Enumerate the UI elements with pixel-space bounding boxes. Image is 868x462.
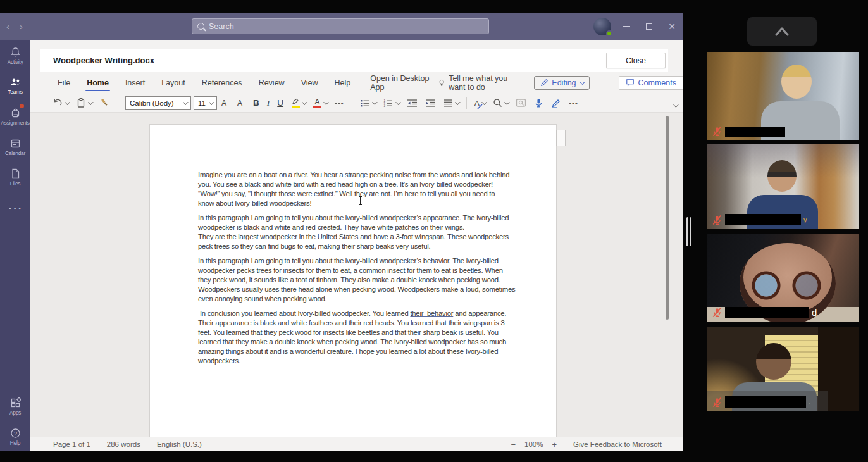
chevron-down-icon xyxy=(481,99,487,104)
bullets-button[interactable] xyxy=(357,96,379,111)
close-window-button[interactable]: ✕ xyxy=(660,13,683,40)
font-size-select[interactable]: 11 xyxy=(194,96,217,110)
sidebar-item-activity[interactable]: Activity xyxy=(0,41,30,70)
backpack-icon xyxy=(10,108,21,118)
page-count[interactable]: Page 1 of 1 xyxy=(53,440,90,448)
forward-icon[interactable]: › xyxy=(20,21,23,32)
zoom-in-button[interactable]: + xyxy=(552,440,557,449)
video-tile[interactable] xyxy=(707,52,859,140)
tell-me-button[interactable]: Tell me what you want to do xyxy=(438,74,525,92)
sidebar-item-teams[interactable]: Teams xyxy=(0,72,30,101)
styles-button[interactable]: A xyxy=(471,96,489,111)
decrease-indent-icon xyxy=(407,99,418,108)
replace-icon xyxy=(516,98,526,108)
document-text[interactable]: Imagine you are on a boat on a river. Yo… xyxy=(198,170,552,371)
zoom-level[interactable]: 100% xyxy=(524,440,543,448)
video-tile[interactable]: . xyxy=(707,327,859,411)
ribbon-tab[interactable]: View xyxy=(293,72,326,94)
align-icon xyxy=(443,99,453,108)
open-in-desktop-button[interactable]: Open in Desktop App xyxy=(370,74,430,92)
ribbon-tab[interactable]: File xyxy=(49,72,78,94)
sidebar-item-assignments[interactable]: Assignments xyxy=(0,102,30,131)
ribbon-tabs: File Home Insert Layout References Revie… xyxy=(30,72,683,94)
video-tile[interactable]: y xyxy=(707,144,859,229)
toolbar-overflow-button[interactable]: ••• xyxy=(566,96,581,111)
word-count[interactable]: 286 words xyxy=(107,440,140,448)
sidebar-item-[interactable]: • • • xyxy=(0,193,30,222)
video-tile[interactable]: d xyxy=(707,234,859,322)
collapse-ribbon-button[interactable] xyxy=(673,99,677,110)
chevron-down-icon xyxy=(372,99,377,104)
panel-resize-handle[interactable] xyxy=(686,217,693,246)
calendar-icon xyxy=(10,138,21,149)
chevron-down-icon xyxy=(88,99,93,104)
back-icon[interactable]: ‹ xyxy=(6,21,9,32)
formatting-toolbar: Calibri (Body) 11 Aˆ Aˇ B I U A xyxy=(30,94,683,113)
shrink-font-button[interactable]: Aˇ xyxy=(234,96,249,111)
ribbon-tab[interactable]: Insert xyxy=(117,72,153,94)
paste-button[interactable] xyxy=(73,96,95,111)
collapse-videos-button[interactable] xyxy=(747,17,817,46)
chevron-down-icon xyxy=(455,99,460,104)
close-doc-button[interactable]: Close xyxy=(606,53,666,68)
language-indicator[interactable]: English (U.S.) xyxy=(157,440,202,448)
name-suffix: y xyxy=(803,216,807,223)
document-page[interactable]: Imagine you are on a boat on a river. Yo… xyxy=(149,124,557,437)
minimize-button[interactable] xyxy=(615,13,638,40)
ribbon-tab[interactable]: Review xyxy=(251,72,293,94)
decrease-indent-button[interactable] xyxy=(404,96,421,111)
ribbon-tab[interactable]: Help xyxy=(326,72,359,94)
editing-mode-button[interactable]: Editing xyxy=(534,76,589,90)
alignment-button[interactable] xyxy=(440,96,462,111)
chevron-down-icon xyxy=(302,99,307,104)
grow-font-button[interactable]: Aˆ xyxy=(218,96,233,111)
sidebar-item-help[interactable]: ?Help xyxy=(0,422,30,451)
format-painter-icon xyxy=(99,97,110,108)
font-color-button[interactable]: A xyxy=(310,96,330,111)
meeting-video-panel: y d . xyxy=(683,0,868,462)
mic-muted-icon xyxy=(712,126,722,137)
search-input[interactable]: Search xyxy=(192,18,489,34)
chevron-down-icon xyxy=(580,79,585,84)
avatar[interactable] xyxy=(593,18,611,35)
zoom-out-button[interactable]: − xyxy=(511,440,516,449)
format-painter-button[interactable] xyxy=(96,96,113,111)
paragraph: In this paragraph I am going to tell you… xyxy=(198,256,552,304)
redacted-name-bar xyxy=(725,307,809,318)
participant-name-row: . xyxy=(712,396,810,408)
search-icon xyxy=(197,23,204,30)
maximize-button[interactable] xyxy=(638,13,660,40)
dictate-button[interactable] xyxy=(531,96,547,111)
word-viewer: Woodpecker Writing.docx Close File Home … xyxy=(30,40,683,451)
sidebar-item-apps[interactable]: Apps xyxy=(0,392,30,421)
comments-button[interactable]: Comments xyxy=(619,76,683,90)
undo-button[interactable] xyxy=(49,96,71,111)
comment-icon xyxy=(626,78,635,87)
ribbon-tab[interactable]: References xyxy=(194,72,251,94)
more-formatting-button[interactable]: ••• xyxy=(332,96,347,111)
search-icon xyxy=(493,98,502,108)
highlight-button[interactable] xyxy=(288,96,309,111)
comment-indicator[interactable] xyxy=(556,130,566,146)
sidebar-item-files[interactable]: Files xyxy=(0,163,30,192)
chevron-down-icon xyxy=(323,99,328,104)
sidebar-item-calendar[interactable]: Calendar xyxy=(0,132,30,161)
find-button[interactable] xyxy=(490,96,511,111)
vertical-scrollbar[interactable] xyxy=(666,116,669,320)
editor-pen-icon xyxy=(551,98,561,108)
document-canvas[interactable]: Imagine you are on a boat on a river. Yo… xyxy=(30,113,683,437)
ribbon-tab[interactable]: Layout xyxy=(153,72,194,94)
maximize-icon xyxy=(646,23,652,30)
bold-button[interactable]: B xyxy=(250,96,263,111)
ribbon-tab[interactable]: Home xyxy=(78,72,117,94)
numbering-button[interactable]: 123 xyxy=(380,96,402,111)
text-cursor-icon xyxy=(358,196,363,205)
increase-indent-button[interactable] xyxy=(422,96,439,111)
feedback-link[interactable]: Give Feedback to Microsoft xyxy=(573,440,662,448)
italic-button[interactable]: I xyxy=(264,96,273,111)
bell-icon xyxy=(10,47,21,58)
editor-button[interactable] xyxy=(548,96,564,111)
font-name-select[interactable]: Calibri (Body) xyxy=(125,96,191,110)
chevron-down-icon xyxy=(65,99,70,104)
underline-button[interactable]: U xyxy=(274,96,287,111)
